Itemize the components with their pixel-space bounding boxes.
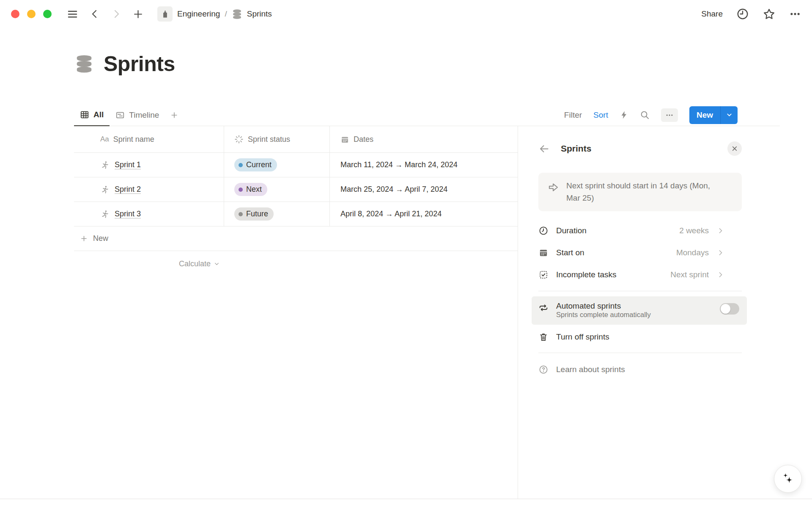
dates-cell[interactable]: April 8, 2024 → April 21, 2024 <box>330 202 518 226</box>
text-property-icon: Aa <box>100 135 109 144</box>
breadcrumb-workspace[interactable]: Engineering <box>177 9 220 19</box>
tab-all-label: All <box>93 110 104 119</box>
status-badge: Future <box>234 207 274 221</box>
tab-all[interactable]: All <box>74 105 110 126</box>
sprint-name-link[interactable]: Sprint 2 <box>115 185 141 194</box>
column-label: Sprint status <box>248 135 290 144</box>
sprints-table: Aa Sprint name Sprint status Dates <box>74 126 518 499</box>
sprint-status-cell[interactable]: Current <box>224 153 330 177</box>
setting-duration[interactable]: Duration 2 weeks <box>538 220 742 242</box>
new-record-split-button: New <box>689 106 738 124</box>
calculate-dropdown[interactable]: Calculate <box>74 251 224 276</box>
sort-button[interactable]: Sort <box>593 110 608 120</box>
filter-button[interactable]: Filter <box>564 110 582 120</box>
new-row-label: New <box>93 234 108 243</box>
breadcrumb-separator: / <box>225 9 227 19</box>
sprint-status-cell[interactable]: Future <box>224 202 330 226</box>
table-row: Sprint 3 Future April 8, 2024 → April 21… <box>74 202 518 226</box>
date-property-icon <box>340 135 349 144</box>
workspace-building-icon[interactable] <box>157 6 173 22</box>
table-header-row: Aa Sprint name Sprint status Dates <box>74 126 518 153</box>
search-icon[interactable] <box>640 110 650 120</box>
add-view-button[interactable] <box>165 104 184 126</box>
setting-start-on[interactable]: Start on Mondays <box>538 242 742 264</box>
bottom-divider <box>0 499 812 499</box>
trash-icon <box>538 332 549 342</box>
zoom-window-button[interactable] <box>43 10 52 18</box>
close-icon <box>731 145 738 152</box>
setting-incomplete-tasks[interactable]: Incomplete tasks Next sprint <box>538 264 742 286</box>
panel-back-arrow-icon[interactable] <box>538 143 550 155</box>
sidebar-menu-icon[interactable] <box>67 8 78 20</box>
dates-cell[interactable]: March 11, 2024 → March 24, 2024 <box>330 153 518 177</box>
view-more-options-button[interactable] <box>661 108 678 122</box>
date-range: April 8, 2024 → April 21, 2024 <box>340 210 442 218</box>
status-badge: Next <box>234 183 267 196</box>
dates-cell[interactable]: March 25, 2024 → April 7, 2024 <box>330 177 518 202</box>
turn-off-sprints-button[interactable]: Turn off sprints <box>538 326 742 348</box>
plus-icon <box>80 235 88 243</box>
breadcrumb-page[interactable]: Sprints <box>247 9 272 19</box>
database-icon <box>232 9 242 19</box>
panel-header: Sprints <box>538 141 742 156</box>
new-button-dropdown[interactable] <box>721 106 738 124</box>
panel-divider <box>538 291 742 291</box>
toggle-knob <box>721 304 730 314</box>
status-dot <box>239 212 243 216</box>
sprint-name-cell[interactable]: Sprint 2 <box>74 177 224 202</box>
learn-about-sprints-link[interactable]: Learn about sprints <box>538 358 742 381</box>
automated-sprints-row[interactable]: Automated sprints Sprints complete autom… <box>532 296 747 325</box>
setting-value: Mondays <box>676 248 709 257</box>
panel-title: Sprints <box>561 144 591 154</box>
sprint-name-cell[interactable]: Sprint 1 <box>74 153 224 177</box>
column-header-sprint-status[interactable]: Sprint status <box>224 126 330 152</box>
sparkles-icon <box>781 472 795 486</box>
close-window-button[interactable] <box>11 10 19 18</box>
timeline-view-icon <box>115 110 125 120</box>
forward-navigation-icon[interactable] <box>111 9 121 19</box>
more-options-icon[interactable] <box>789 8 801 20</box>
table-view-icon <box>80 110 89 119</box>
sprint-settings-panel: Sprints Next sprint should start in 14 d… <box>518 126 780 499</box>
callout-text: Next sprint should start in 14 days (Mon… <box>566 180 719 204</box>
new-page-icon[interactable] <box>133 9 143 19</box>
setting-value: 2 weeks <box>679 226 709 235</box>
column-header-dates[interactable]: Dates <box>330 126 518 152</box>
status-badge: Current <box>234 158 277 171</box>
automated-sprints-toggle[interactable] <box>720 303 739 315</box>
sprint-name-link[interactable]: Sprint 1 <box>115 160 141 169</box>
automations-lightning-icon[interactable] <box>620 110 628 119</box>
tab-timeline[interactable]: Timeline <box>110 104 165 126</box>
notion-ai-button[interactable] <box>774 465 802 493</box>
calendar-icon <box>538 248 549 258</box>
table-row: Sprint 1 Current March 11, 2024 → March … <box>74 153 518 177</box>
new-row-button[interactable]: New <box>74 226 518 251</box>
view-toolbar: Filter Sort New <box>564 106 738 124</box>
column-label: Dates <box>354 135 373 144</box>
sprint-status-cell[interactable]: Next <box>224 177 330 202</box>
main-area: Aa Sprint name Sprint status Dates <box>74 126 780 499</box>
sprint-name-cell[interactable]: Sprint 3 <box>74 202 224 226</box>
updates-clock-icon[interactable] <box>736 8 749 20</box>
date-range: March 25, 2024 → April 7, 2024 <box>340 185 447 194</box>
running-person-icon <box>100 160 110 170</box>
new-record-button[interactable]: New <box>689 106 720 124</box>
panel-close-button[interactable] <box>727 141 742 156</box>
status-label: Next <box>246 185 262 194</box>
chevron-right-icon <box>716 248 725 257</box>
favorite-star-icon[interactable] <box>763 8 776 21</box>
setting-label: Incomplete tasks <box>556 270 617 279</box>
minimize-window-button[interactable] <box>27 10 36 18</box>
window-title-bar: Engineering / Sprints Share <box>0 0 812 28</box>
sprint-name-link[interactable]: Sprint 3 <box>115 210 141 218</box>
dashed-checkbox-icon <box>538 270 549 280</box>
setting-value: Next sprint <box>670 270 709 279</box>
repeat-icon <box>538 303 549 313</box>
setting-label: Duration <box>556 226 587 235</box>
back-navigation-icon[interactable] <box>90 9 100 19</box>
share-button[interactable]: Share <box>701 9 723 19</box>
automated-sprints-label: Automated sprints <box>556 301 621 310</box>
calculate-label: Calculate <box>179 260 211 268</box>
column-header-sprint-name[interactable]: Aa Sprint name <box>74 126 224 152</box>
clock-icon <box>538 226 549 236</box>
